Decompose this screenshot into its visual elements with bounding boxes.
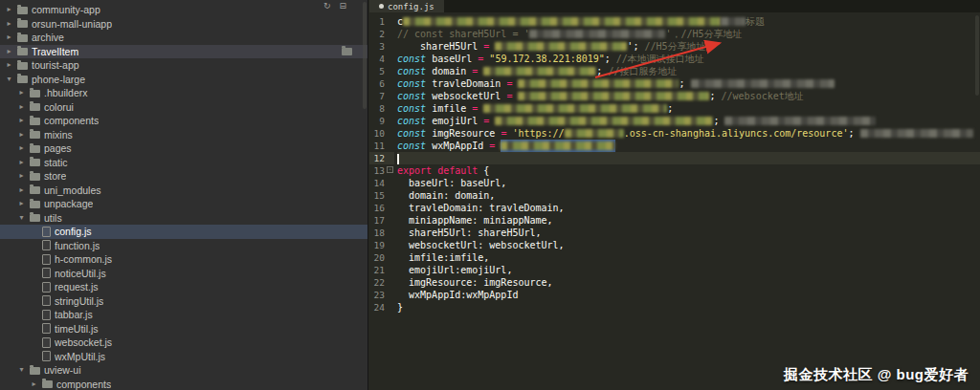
tree-item-config.js[interactable]: config.js: [0, 225, 368, 239]
tree-item-utils[interactable]: ▾utils: [0, 211, 368, 226]
chevron-collapsed-icon[interactable]: ▸: [5, 45, 13, 59]
code-line-4[interactable]: const baseUrl = "59.172.38.221:8019"; //…: [397, 53, 980, 65]
tree-item-websocket.js[interactable]: websocket.js: [0, 336, 368, 350]
tree-item-community-app[interactable]: ▸community-app: [0, 3, 368, 17]
chevron-collapsed-icon[interactable]: ▸: [30, 378, 38, 390]
code-line-11[interactable]: const wxMpAppId =: [397, 140, 980, 152]
folder-icon: [30, 367, 40, 375]
text-selection: [501, 140, 615, 152]
code-line-22[interactable]: imgResource: imgResource,: [397, 276, 980, 289]
tree-item-.hbuilderx[interactable]: ▸.hbuilderx: [0, 86, 368, 100]
tree-item-label: pages: [44, 141, 72, 156]
tree-item-uni_modules[interactable]: ▸uni_modules: [0, 184, 368, 198]
tree-item-pages[interactable]: ▸pages: [0, 141, 368, 156]
tree-item-orsun-mall-uniapp[interactable]: ▸orsun-mall-uniapp: [0, 17, 368, 32]
tree-item-noticeUtil.js[interactable]: noticeUtil.js: [0, 267, 368, 281]
code-token: shareH5Url: [397, 41, 478, 52]
chevron-expanded-icon[interactable]: ▾: [17, 363, 26, 378]
code-line-8[interactable]: const imfile = ;: [397, 102, 980, 115]
code-line-6[interactable]: const travleDomain = ;: [397, 77, 980, 90]
tree-item-unpackage[interactable]: ▸unpackage: [0, 197, 368, 211]
code-token: //H5分享地址: [638, 41, 705, 52]
tree-item-request.js[interactable]: request.js: [0, 280, 368, 294]
code-token: const: [397, 54, 426, 64]
file-icon: [42, 337, 51, 348]
tab-config-js[interactable]: config.js: [369, 0, 444, 12]
code-line-1[interactable]: c标题: [397, 15, 980, 28]
tree-item-colorui[interactable]: ▸colorui: [0, 100, 368, 115]
censored-text: [860, 129, 973, 138]
tree-item-h-common.js[interactable]: h-common.js: [0, 252, 368, 267]
chevron-collapsed-icon[interactable]: ▸: [17, 114, 26, 128]
editor-scrollbar[interactable]: [975, 15, 979, 96]
folder-icon: [30, 201, 40, 208]
code-line-19[interactable]: websocketUrl: websocketUrl,: [397, 239, 980, 251]
code-token: "59.172.38.221:8019": [489, 54, 604, 64]
code-token: websocketUrl: websocketUrl,: [397, 240, 565, 250]
code-line-23[interactable]: wxMpAppId:wxMpAppId: [397, 289, 980, 301]
code-token: travleDomain: [426, 78, 506, 89]
sidebar-scrollbar[interactable]: [363, 2, 367, 109]
tree-item-components[interactable]: ▸components: [0, 114, 368, 128]
chevron-collapsed-icon[interactable]: ▸: [5, 17, 13, 32]
code-line-15[interactable]: domain: domain,: [397, 189, 980, 202]
chevron-collapsed-icon[interactable]: ▸: [5, 58, 13, 73]
tree-item-mixins[interactable]: ▸mixins: [0, 128, 368, 142]
code-line-10[interactable]: const imgResource = 'https://.oss-cn-sha…: [397, 127, 980, 140]
code-line-13[interactable]: export default {: [397, 164, 980, 177]
code-line-5[interactable]: const domain = ; //接口服务地址: [397, 65, 980, 77]
tree-item-store[interactable]: ▸store: [0, 169, 368, 184]
line-number: 20: [369, 251, 394, 264]
code-line-18[interactable]: shareH5Url: shareH5Url,: [397, 227, 980, 239]
tree-item-static[interactable]: ▸static: [0, 156, 368, 170]
code-line-12[interactable]: [397, 152, 980, 164]
code-line-16[interactable]: travleDomain: travleDomain,: [397, 202, 980, 214]
code-line-3[interactable]: shareH5Url = '; //H5分享地址: [397, 40, 980, 53]
code-line-9[interactable]: const emojiUrl = ;: [397, 115, 980, 127]
chevron-collapsed-icon[interactable]: ▸: [17, 128, 26, 142]
code-area[interactable]: c标题// const shareH5Url = ''，//H5分享地址 sha…: [394, 12, 980, 390]
fold-marker-icon[interactable]: -: [387, 166, 393, 173]
censored-text: [403, 17, 721, 26]
tree-item-tabbar.js[interactable]: tabbar.js: [0, 308, 368, 322]
code-line-21[interactable]: emojiUrl:emojiUrl,: [397, 264, 980, 276]
chevron-expanded-icon[interactable]: ▾: [17, 211, 26, 226]
chevron-collapsed-icon[interactable]: ▸: [17, 184, 26, 198]
code-line-7[interactable]: const websocketUrl = ; //websocket地址: [397, 90, 980, 102]
line-number: 24: [369, 301, 394, 314]
tree-item-timeUtil.js[interactable]: timeUtil.js: [0, 322, 368, 336]
censored-text: [721, 17, 746, 26]
line-number: 13-: [369, 164, 394, 177]
code-line-14[interactable]: baseUrl: baseUrl,: [397, 177, 980, 189]
tree-item-function.js[interactable]: function.js: [0, 239, 368, 253]
code-token: //本地调试接口地址: [611, 54, 704, 64]
tree-item-phone-large[interactable]: ▾phone-large: [0, 73, 368, 87]
chevron-expanded-icon[interactable]: ▾: [5, 73, 13, 87]
tree-item-wxMpUtil.js[interactable]: wxMpUtil.js: [0, 350, 368, 364]
code-line-2[interactable]: // const shareH5Url = ''，//H5分享地址: [397, 28, 980, 40]
tree-item-components[interactable]: ▸components: [0, 378, 368, 390]
chevron-collapsed-icon[interactable]: ▸: [5, 31, 13, 45]
tree-item-TravelItem[interactable]: ▸TravelItem: [0, 45, 368, 59]
censored-text: [501, 141, 615, 150]
chevron-collapsed-icon[interactable]: ▸: [17, 156, 26, 170]
folder-icon: [30, 118, 40, 125]
tree-item-label: noticeUtil.js: [55, 267, 106, 281]
chevron-collapsed-icon[interactable]: ▸: [17, 197, 26, 211]
tree-item-stringUtil.js[interactable]: stringUtil.js: [0, 294, 368, 309]
refresh-icon[interactable]: ↻: [323, 1, 331, 11]
folder-icon: [30, 103, 40, 111]
chevron-collapsed-icon[interactable]: ▸: [5, 3, 13, 17]
chevron-collapsed-icon[interactable]: ▸: [17, 100, 26, 115]
code-line-17[interactable]: miniappName: miniappName,: [397, 214, 980, 227]
chevron-collapsed-icon[interactable]: ▸: [17, 169, 26, 184]
tree-item-uview-ui[interactable]: ▾uview-ui: [0, 363, 368, 378]
chevron-collapsed-icon[interactable]: ▸: [17, 141, 26, 156]
tree-item-tourist-app[interactable]: ▸tourist-app: [0, 58, 368, 73]
collapse-all-icon[interactable]: ⊟: [339, 1, 346, 11]
code-line-20[interactable]: imfile:imfile,: [397, 251, 980, 264]
tree-item-label: function.js: [55, 239, 100, 253]
tree-item-archive[interactable]: ▸archive: [0, 31, 368, 45]
chevron-collapsed-icon[interactable]: ▸: [17, 86, 26, 100]
code-line-24[interactable]: }: [397, 301, 980, 314]
